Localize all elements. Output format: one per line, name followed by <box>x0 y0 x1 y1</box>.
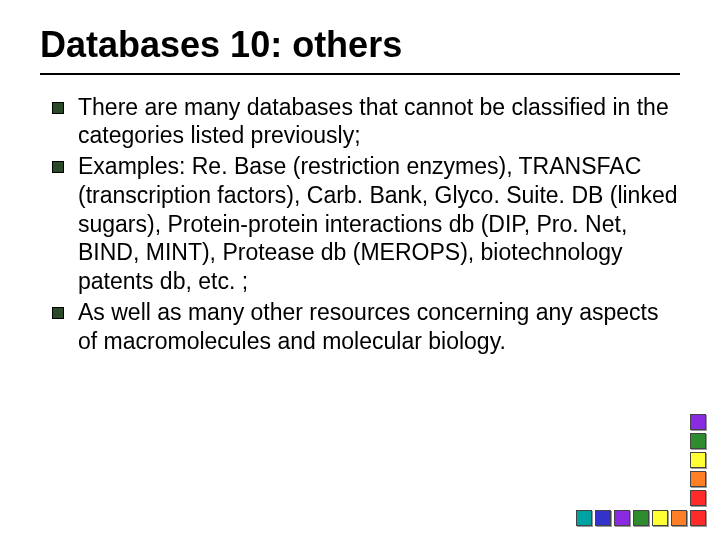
color-swatch <box>690 414 706 430</box>
color-swatch-row <box>576 510 706 526</box>
bullet-list: There are many databases that cannot be … <box>40 93 680 356</box>
slide: Databases 10: others There are many data… <box>0 0 720 540</box>
bullet-item: There are many databases that cannot be … <box>78 93 680 151</box>
color-swatch <box>633 510 649 526</box>
color-swatch <box>690 490 706 506</box>
bullet-item: As well as many other resources concerni… <box>78 298 680 356</box>
color-swatch <box>595 510 611 526</box>
slide-title: Databases 10: others <box>40 25 680 65</box>
color-swatch-column <box>690 414 706 506</box>
title-rule <box>40 73 680 75</box>
color-swatch <box>690 433 706 449</box>
color-swatch <box>652 510 668 526</box>
color-swatch <box>671 510 687 526</box>
color-swatch <box>576 510 592 526</box>
color-swatch <box>690 510 706 526</box>
color-swatch <box>690 452 706 468</box>
color-swatch <box>614 510 630 526</box>
color-swatch <box>690 471 706 487</box>
bullet-item: Examples: Re. Base (restriction enzymes)… <box>78 152 680 296</box>
